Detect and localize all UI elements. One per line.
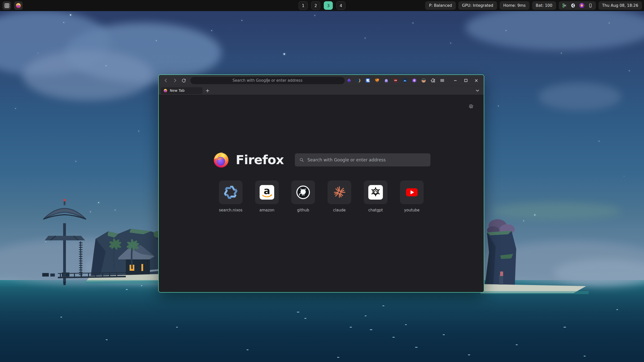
shortcut-label: chatgpt [368, 208, 383, 212]
tab-bar: New Tab + [159, 86, 484, 95]
shortcut-tile [291, 180, 315, 204]
wave-glint [304, 318, 306, 319]
wave-glint [60, 317, 62, 318]
purple-diamond-extension-button[interactable] [346, 77, 352, 83]
list-all-tabs-button[interactable] [474, 87, 481, 94]
wave-glint [350, 327, 352, 328]
ghostery-extension-button[interactable] [383, 77, 389, 83]
claude-starburst-icon [333, 186, 346, 199]
star [413, 23, 413, 23]
right-island-cliff [478, 211, 644, 294]
workspace-button-3[interactable]: 3 [324, 1, 333, 10]
tab-new-tab[interactable]: New Tab [161, 87, 203, 94]
newtab-search-field[interactable]: Search with Google or enter address [295, 153, 430, 166]
close-button[interactable] [474, 78, 479, 83]
star [609, 23, 610, 23]
vpn-extension-button[interactable] [402, 77, 408, 83]
wave-glint [415, 347, 418, 348]
shortcut-label: github [297, 208, 309, 212]
firefox-window: Search with Google or enter address [158, 74, 484, 293]
wave-glint [564, 327, 566, 328]
system-tray [559, 1, 596, 10]
star [629, 70, 630, 71]
wave-glint [584, 356, 586, 356]
purple-hexagon-extension-button[interactable] [411, 77, 417, 83]
reload-icon [181, 78, 186, 83]
urlbar-placeholder-after: e or enter address [268, 78, 302, 83]
disguise-face-extension-button[interactable] [421, 77, 427, 83]
battery-status-pill[interactable]: Bat: 100 [532, 1, 556, 10]
fox-icon [375, 78, 380, 83]
wave-glint [405, 324, 407, 325]
firefox-launcher-button[interactable] [14, 1, 23, 10]
metamask-extension-button[interactable] [374, 77, 380, 83]
shortcut-github[interactable]: github [291, 180, 315, 212]
github-octocat-icon [296, 185, 310, 200]
dark-reader-extension-button[interactable] [355, 77, 361, 83]
shortcut-tile [364, 180, 387, 204]
star [70, 14, 71, 16]
battery-status-label: Bat: 100 [536, 3, 552, 8]
hamburger-menu-icon [440, 78, 445, 83]
phone-icon[interactable] [588, 3, 593, 8]
extensions-button[interactable] [430, 77, 436, 83]
text-caret [267, 78, 268, 83]
firefox-logo [212, 151, 230, 169]
urlbar-placeholder-before: Search with Googl [232, 78, 267, 83]
gpu-status-pill[interactable]: GPU: Integrated [458, 1, 497, 10]
grid-apps-icon [5, 3, 9, 8]
wave-glint [516, 344, 518, 345]
back-button[interactable] [162, 77, 170, 84]
forward-button[interactable] [171, 77, 178, 84]
star [63, 22, 64, 23]
bitwarden-extension-button[interactable] [365, 77, 371, 83]
minimize-button[interactable] [453, 78, 458, 83]
app-launcher-button[interactable] [3, 1, 11, 10]
personalize-newtab-button[interactable] [467, 103, 475, 110]
bluetooth-icon[interactable] [571, 3, 576, 8]
svg-text:UO: UO [394, 79, 397, 81]
maximize-button[interactable] [464, 78, 468, 83]
ping-status-pill[interactable]: Home: 9ms [500, 1, 530, 10]
wave-glint [365, 315, 367, 316]
star [284, 53, 285, 55]
star [498, 106, 499, 106]
chevron-down-icon [475, 88, 479, 93]
star [561, 53, 562, 54]
workspace-button-4[interactable]: 4 [336, 1, 345, 10]
url-bar[interactable]: Search with Google or enter address [190, 77, 345, 84]
wave-glint [297, 312, 299, 312]
star [242, 20, 242, 21]
power-profile-pill[interactable]: P: Balanced [425, 1, 456, 10]
shortcut-youtube[interactable]: youtube [400, 180, 424, 212]
clock-pill[interactable]: Thu Aug 08, 18:26 [598, 1, 642, 10]
flame-icon[interactable] [579, 3, 585, 8]
star [599, 141, 599, 142]
browser-toolbar: Search with Google or enter address [159, 75, 484, 86]
top-status-bar: 1 2 3 4 P: Balanced GPU: Integrated Home… [0, 0, 644, 11]
firefox-icon [163, 88, 168, 93]
wave-glint [106, 339, 108, 340]
wave-glint [247, 349, 249, 350]
workspace-label: 1 [302, 3, 304, 8]
workspace-button-1[interactable]: 1 [299, 1, 308, 10]
new-tab-page: Firefox Search with Google or enter addr… [159, 95, 484, 293]
minimize-icon [454, 79, 457, 82]
shortcut-claude[interactable]: claude [328, 180, 351, 212]
firefox-wordmark: Firefox [236, 153, 284, 167]
workspace-button-2[interactable]: 2 [311, 1, 320, 10]
reload-button[interactable] [180, 77, 187, 84]
scissors-icon[interactable] [562, 3, 567, 8]
shortcut-chatgpt[interactable]: chatgpt [364, 180, 387, 212]
cloud [23, 50, 153, 101]
shortcut-label: amazon [259, 208, 274, 212]
mountain-circle-icon [403, 78, 408, 83]
open-new-tab-button[interactable]: + [204, 87, 211, 94]
shortcut-tile: a [255, 180, 279, 204]
menu-button[interactable] [439, 77, 445, 83]
ublock-origin-extension-button[interactable]: UO [393, 77, 399, 83]
shortcut-search-nixos[interactable]: search.nixos [219, 180, 243, 212]
shortcut-amazon[interactable]: a amazon [255, 180, 279, 212]
star [75, 161, 76, 162]
wave-glint [616, 309, 618, 310]
